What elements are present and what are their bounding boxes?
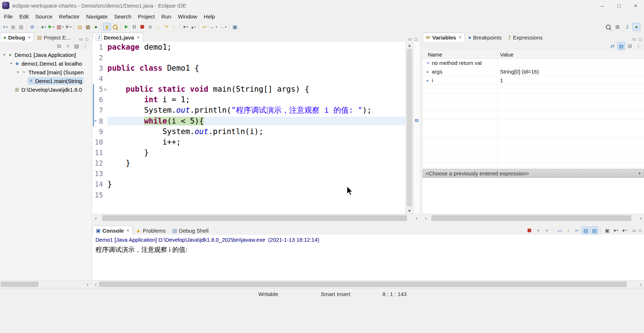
debug-hscrollbar[interactable]: › — [0, 280, 91, 288]
menu-refactor[interactable]: Refactor — [56, 12, 83, 21]
fold-marker-icon[interactable]: ⊖ — [103, 87, 107, 92]
tree-item-stack-frame[interactable]: ≡Demo1.main(String — [0, 76, 91, 85]
variable-row-args[interactable]: ●argsString[0] (id=16) — [423, 67, 644, 76]
close-window-button[interactable]: × — [627, 0, 644, 11]
debug-perspective-button[interactable]: ● — [632, 23, 640, 31]
run-button[interactable]: ▾ — [48, 23, 56, 31]
scroll-thumb[interactable] — [407, 49, 412, 207]
tree-item-launch[interactable]: ▾●Demo1 [Java Application] — [0, 50, 91, 59]
last-edit-location-button[interactable]: ↩ — [201, 23, 209, 31]
minimize-view-button[interactable]: ▭ — [408, 37, 412, 42]
code-line-7[interactable]: 7 System.out.println("程序调试演示，注意观察 i 的值: … — [93, 105, 405, 116]
code-line-5[interactable]: 5⊖ public static void main(String[] args… — [93, 84, 405, 95]
java-perspective-button[interactable]: J — [623, 23, 631, 31]
external-tools-button[interactable]: ▾ — [65, 23, 73, 31]
console-hscrollbar[interactable]: ‹ › — [93, 280, 644, 288]
code-line-4[interactable]: 4 — [93, 73, 405, 84]
tab-problems[interactable]: ▲Problems — [133, 226, 169, 235]
quick-access-search-button[interactable] — [604, 23, 612, 31]
resume-button[interactable] — [122, 23, 130, 31]
scroll-right-icon[interactable]: › — [637, 280, 644, 288]
expression-combo[interactable]: <Choose a previously entered expression>… — [423, 169, 644, 178]
minimize-view-button[interactable]: ▭ — [632, 37, 636, 42]
new-wizard-button[interactable]: +▾ — [1, 23, 9, 31]
minimize-view-button[interactable]: ▭ — [79, 37, 83, 42]
previous-annotation-button[interactable]: ▴▾ — [189, 23, 197, 31]
scroll-up-icon[interactable]: ▴ — [406, 42, 413, 48]
editor-vscrollbar[interactable]: ▴ ▾ — [405, 42, 413, 214]
scroll-track[interactable] — [99, 280, 637, 288]
disconnect-button[interactable]: ⊗ — [146, 23, 154, 31]
column-header-name[interactable]: Name — [423, 50, 498, 58]
menu-search[interactable]: Search — [111, 12, 135, 21]
new-class-button[interactable]: ● — [92, 23, 100, 31]
menu-source[interactable]: Source — [32, 12, 56, 21]
tab-debug[interactable]: ●Debug× — [0, 33, 34, 42]
code-area[interactable]: 1package demo1;23public class Demo1 {45⊖… — [93, 42, 405, 214]
maximize-window-button[interactable]: □ — [611, 0, 627, 11]
scroll-left-icon[interactable]: ‹ — [93, 280, 99, 288]
remove-terminated-button[interactable]: × — [64, 42, 72, 50]
new-java-project-button[interactable]: ▤ — [76, 23, 84, 31]
console-output-area[interactable]: Demo1 [Java Application] D:\Develop\Java… — [93, 235, 644, 280]
expand-arrow-icon[interactable]: ▾ — [15, 70, 21, 74]
variable-detail-pane[interactable] — [423, 178, 644, 214]
tab-console[interactable]: ▣Console× — [93, 226, 133, 235]
code-line-10[interactable]: 10 i++; — [93, 137, 405, 147]
code-line-13[interactable]: 13 — [93, 168, 405, 179]
step-into-button[interactable]: ↓ — [154, 23, 162, 31]
chevron-down-icon[interactable]: ▾ — [636, 171, 644, 176]
tab-debug-shell[interactable]: ▤Debug Shell — [169, 226, 212, 235]
scroll-left-icon[interactable]: ‹ — [93, 214, 99, 222]
terminate-button[interactable] — [138, 23, 146, 31]
code-line-6[interactable]: 6 int i = 1; — [93, 95, 405, 105]
code-line-11[interactable]: 11 } — [93, 147, 405, 158]
tab-variables[interactable]: (x)=Variables× — [423, 33, 465, 42]
sash-editor-variables[interactable] — [420, 32, 423, 222]
scroll-track[interactable] — [429, 214, 637, 222]
expand-arrow-icon[interactable]: ▾ — [1, 53, 7, 57]
variables-hscrollbar[interactable]: ‹ › — [423, 214, 644, 222]
close-tab-icon[interactable]: × — [126, 228, 129, 233]
menu-project[interactable]: Project — [135, 12, 158, 21]
word-wrap-button[interactable]: ↩ — [573, 226, 581, 234]
debug-view-layout-button[interactable]: ▤ — [73, 42, 81, 50]
editor-hscrollbar[interactable]: ‹ › — [93, 214, 420, 222]
step-over-button[interactable]: ↷ — [162, 23, 170, 31]
column-header-value[interactable]: Value — [498, 50, 644, 58]
code-line-1[interactable]: 1package demo1; — [93, 42, 405, 52]
scroll-right-icon[interactable]: › — [413, 214, 420, 222]
code-line-2[interactable]: 2 — [93, 52, 405, 63]
tab-project-explorer[interactable]: ▤Project E... — [34, 33, 74, 42]
collapse-all-button[interactable]: ⊟ — [626, 42, 634, 50]
code-line-9[interactable]: 9 System.out.println(i); — [93, 126, 405, 137]
step-return-button[interactable]: ↑ — [170, 23, 178, 31]
scroll-thumb[interactable] — [102, 215, 407, 221]
menu-window[interactable]: Window — [175, 12, 200, 21]
open-perspective-button[interactable]: ⊞ — [614, 23, 622, 31]
scroll-track[interactable] — [99, 214, 413, 222]
search-button[interactable] — [111, 23, 119, 31]
expand-arrow-icon[interactable]: ▾ — [8, 62, 14, 65]
remove-launch-button[interactable]: × — [534, 226, 542, 234]
back-button[interactable]: ←▾ — [209, 23, 218, 31]
scroll-track[interactable] — [0, 280, 84, 288]
sash-console[interactable] — [93, 222, 644, 225]
remove-all-launches-button[interactable]: × — [543, 226, 551, 234]
next-annotation-button[interactable]: ▾▾ — [181, 23, 189, 31]
menu-file[interactable]: File — [1, 12, 16, 21]
scroll-thumb[interactable] — [1, 282, 38, 287]
code-line-3[interactable]: 3public class Demo1 { — [93, 63, 405, 73]
overview-ruler[interactable] — [413, 42, 420, 214]
code-line-8[interactable]: →8 while(i < 5){ — [93, 116, 405, 126]
tab-demo1-java[interactable]: J Demo1.java × — [93, 33, 143, 42]
scroll-down-icon[interactable]: ▾ — [406, 207, 413, 214]
code-line-12[interactable]: 12 } — [93, 158, 405, 168]
tab-expressions[interactable]: ƒExpressions — [505, 33, 546, 42]
scroll-lock-button[interactable]: ↓ — [564, 226, 572, 234]
close-tab-icon[interactable]: × — [136, 34, 139, 40]
menu-help[interactable]: Help — [201, 12, 218, 21]
pin-console-button[interactable]: ▣ — [603, 226, 611, 234]
minimize-view-button[interactable]: ▭ — [632, 228, 636, 233]
variable-row-no-method-return-val[interactable]: ⇥no method return val — [423, 59, 644, 67]
